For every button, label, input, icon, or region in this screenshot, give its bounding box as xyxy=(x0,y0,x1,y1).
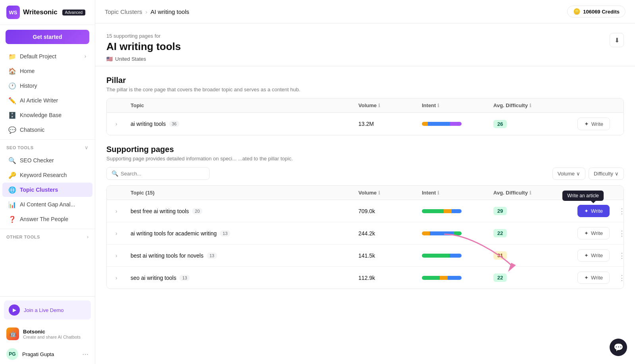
volume-chevron-icon: ∨ xyxy=(576,171,580,177)
supporting-section: Supporting pages Supporting page provide… xyxy=(106,145,624,289)
home-icon: 🏠 xyxy=(9,67,16,75)
supporting-count: 15 supporting pages for xyxy=(106,33,181,39)
row-intent xyxy=(417,254,489,258)
search-input[interactable] xyxy=(121,171,204,177)
row-volume: 141.5k xyxy=(354,252,417,259)
history-icon: 🕐 xyxy=(9,82,16,89)
topic-count: 13 xyxy=(179,275,190,281)
sidebar-item-ai-content-gap[interactable]: 📊 AI Content Gap Anal... xyxy=(2,197,92,212)
supporting-col-difficulty: Avg. Difficulty ℹ xyxy=(489,190,568,196)
botsonic-subtitle: Create and share AI Chatbots xyxy=(23,335,81,339)
table-row: › seo ai writing tools 13 112.9k 22 ✦ Wr… xyxy=(107,267,623,289)
chat-bubble[interactable]: 💬 xyxy=(610,339,627,356)
row-expand[interactable]: › xyxy=(107,230,126,237)
sidebar-header: WS Writesonic Advanced xyxy=(0,0,95,25)
sparkle-icon: ✦ xyxy=(584,252,589,258)
row-topic: best ai writing tools for novels 13 xyxy=(126,252,354,259)
pillar-row-volume: 13.2M xyxy=(354,121,417,127)
content-area: Pillar The pillar is the core page that … xyxy=(95,66,635,305)
chevron-right-icon: › xyxy=(85,54,86,59)
row-actions: ✦ Write ⋮ xyxy=(568,249,623,262)
write-button[interactable]: ✦ Write xyxy=(577,249,610,262)
pillar-row-topic: ai writing tools 36 xyxy=(126,121,354,127)
supporting-table: Topic (15) Volume ℹ Intent ℹ Avg. Diffic… xyxy=(106,185,624,289)
row-expand[interactable]: › xyxy=(107,252,126,259)
filter-dropdowns: Volume ∨ Difficulty ∨ xyxy=(552,168,624,180)
supporting-title: Supporting pages xyxy=(106,145,624,154)
pillar-col-volume: Volume ℹ xyxy=(354,102,417,108)
seo-tools-expand[interactable]: ∨ xyxy=(85,144,89,150)
sidebar-item-knowledge-base[interactable]: 🗄️ Knowledge Base xyxy=(2,108,92,122)
botsonic-title: Botsonic xyxy=(23,329,81,335)
row-intent xyxy=(417,231,489,235)
row-difficulty: 22 xyxy=(489,229,568,237)
more-options-button[interactable]: ⋮ xyxy=(617,228,624,239)
search-box[interactable]: 🔍 xyxy=(106,167,210,180)
credits-value: 106069 Credits xyxy=(583,9,620,15)
pillar-row-expand[interactable]: › xyxy=(107,121,126,127)
sidebar-item-home[interactable]: 🏠 Home xyxy=(2,64,92,78)
row-difficulty: 22 xyxy=(489,273,568,282)
row-volume: 112.9k xyxy=(354,275,417,281)
seo-tools-label: SEO Tools xyxy=(6,145,33,150)
write-button[interactable]: ✦ Write xyxy=(577,272,610,284)
sidebar-item-history[interactable]: 🕐 History xyxy=(2,79,92,93)
pillar-write-button[interactable]: ✦ Write xyxy=(577,117,610,130)
supporting-col-topic: Topic (15) xyxy=(126,190,354,196)
pillar-col-intent: Intent ℹ xyxy=(417,102,489,108)
supporting-col-intent: Intent ℹ xyxy=(417,190,489,196)
difficulty-filter[interactable]: Difficulty ∨ xyxy=(589,168,624,180)
breadcrumb-parent[interactable]: Topic Clusters xyxy=(105,8,142,15)
more-options-button[interactable]: ⋮ xyxy=(617,206,624,216)
other-tools-label: Other Tools xyxy=(6,235,40,239)
row-difficulty: 29 xyxy=(489,207,568,215)
pillar-col-topic: Topic xyxy=(126,102,354,108)
more-options-button[interactable]: ⋮ xyxy=(617,273,624,283)
row-expand[interactable]: › xyxy=(107,208,126,214)
write-icon: ✦ xyxy=(584,121,589,127)
get-started-button[interactable]: Get started xyxy=(6,30,89,44)
pillar-col-difficulty: Avg. Difficulty ℹ xyxy=(489,102,568,108)
write-button-primary[interactable]: ✦ Write xyxy=(577,205,610,217)
volume-filter[interactable]: Volume ∨ xyxy=(552,168,585,180)
topic-count: 20 xyxy=(192,208,202,214)
supporting-col-volume: Volume ℹ xyxy=(354,190,417,196)
sidebar-item-default-project[interactable]: 📁 Default Project › xyxy=(2,49,92,64)
topic-count: 13 xyxy=(220,230,230,237)
breadcrumb: Topic Clusters › AI writing tools xyxy=(105,8,189,15)
botsonic-item[interactable]: 🤖 Botsonic Create and share AI Chatbots xyxy=(0,324,95,344)
user-avatar: PG xyxy=(6,348,18,360)
row-volume: 709.0k xyxy=(354,208,417,214)
write-button[interactable]: ✦ Write xyxy=(577,227,610,239)
folder-icon: 📁 xyxy=(9,53,16,60)
topic-clusters-icon: 🌐 xyxy=(9,186,16,193)
sidebar-item-topic-clusters[interactable]: 🌐 Topic Clusters xyxy=(2,183,92,197)
pillar-count-badge: 36 xyxy=(169,121,179,127)
supporting-rows-container: › best free ai writing tools 20 709.0k 2… xyxy=(107,200,623,289)
user-row[interactable]: PG Pragati Gupta ⋯ xyxy=(0,344,95,364)
other-tools-expand[interactable]: › xyxy=(87,234,89,240)
row-difficulty: 31 xyxy=(489,251,568,260)
user-menu-icon[interactable]: ⋯ xyxy=(82,351,89,358)
sidebar-item-ai-article-writer[interactable]: ✏️ AI Article Writer xyxy=(2,93,92,108)
sidebar: WS Writesonic Advanced Get started 📁 Def… xyxy=(0,0,95,364)
download-button[interactable]: ⬇ xyxy=(610,33,624,47)
keyword-icon: 🔑 xyxy=(9,171,16,179)
country-row: 🇺🇸 United States xyxy=(106,56,181,62)
join-live-demo-button[interactable]: ▶ Join a Live Demo xyxy=(4,300,91,320)
page-header: 15 supporting pages for AI writing tools… xyxy=(95,23,635,66)
row-expand[interactable]: › xyxy=(107,275,126,281)
sidebar-item-answer-the-people[interactable]: ❓ Answer The People xyxy=(2,212,92,226)
top-bar: Topic Clusters › AI writing tools 🪙 1060… xyxy=(95,0,635,23)
main-content: Topic Clusters › AI writing tools 🪙 1060… xyxy=(95,0,635,364)
write-tooltip: Write an article xyxy=(562,191,604,201)
more-options-button[interactable]: ⋮ xyxy=(617,250,624,261)
pillar-difficulty: 26 xyxy=(489,120,568,128)
sidebar-item-seo-checker[interactable]: 🔍 SEO Checker xyxy=(2,153,92,168)
database-icon: 🗄️ xyxy=(9,112,16,119)
pillar-intent-bar xyxy=(417,122,489,126)
row-actions: Write an article ✦ Write ⋮ xyxy=(568,205,623,217)
sidebar-item-chatsonic[interactable]: 💬 Chatsonic xyxy=(2,123,92,137)
sidebar-item-keyword-research[interactable]: 🔑 Keyword Research xyxy=(2,168,92,182)
sidebar-footer: ▶ Join a Live Demo 🤖 Botsonic Create and… xyxy=(0,296,95,364)
